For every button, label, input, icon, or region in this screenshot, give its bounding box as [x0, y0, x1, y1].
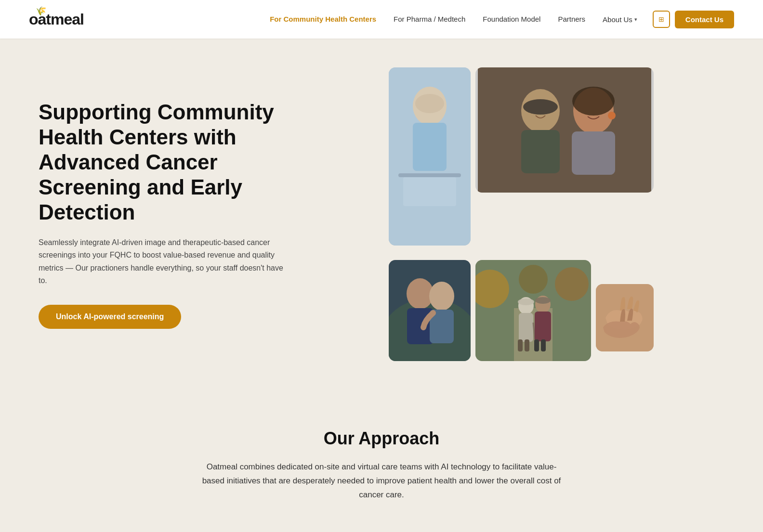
hero-photo-1 — [389, 67, 471, 246]
nav-links: For Community Health Centers For Pharma … — [270, 15, 637, 24]
approach-section: Our Approach Oatmeal combines dedicated … — [0, 390, 763, 531]
approach-title: Our Approach — [96, 428, 667, 449]
nav-link-about[interactable]: About Us ▾ — [603, 15, 637, 24]
svg-rect-39 — [475, 260, 591, 361]
svg-rect-41 — [596, 284, 654, 351]
grid-icon: ⊞ — [658, 15, 664, 23]
hero-description: Seamlessly integrate AI-driven image and… — [39, 236, 289, 287]
hero-title: Supporting Community Health Centers with… — [39, 100, 289, 225]
svg-rect-15 — [478, 67, 651, 193]
chevron-down-icon: ▾ — [634, 16, 637, 23]
nav-right: ⊞ Contact Us — [653, 11, 734, 28]
logo-wheat-icon: 🌾 — [36, 6, 46, 16]
hero-section: Supporting Community Health Centers with… — [0, 39, 763, 390]
nav-item-foundation: Foundation Model — [483, 15, 540, 24]
approach-description: Oatmeal combines dedicated on-site and v… — [198, 460, 565, 502]
navbar: 🌾 oatmeal For Community Health Centers F… — [0, 0, 763, 39]
contact-us-button[interactable]: Contact Us — [675, 11, 734, 28]
nav-item-about: About Us ▾ — [603, 15, 637, 24]
nav-link-pharma[interactable]: For Pharma / Medtech — [394, 15, 465, 23]
nav-item-pharma: For Pharma / Medtech — [394, 15, 465, 24]
logo-link[interactable]: 🌾 oatmeal — [29, 11, 84, 28]
hero-image-grid — [318, 67, 724, 361]
svg-rect-6 — [389, 67, 471, 246]
nav-link-community-health[interactable]: For Community Health Centers — [270, 15, 376, 23]
svg-rect-22 — [389, 260, 471, 361]
nav-link-foundation[interactable]: Foundation Model — [483, 15, 540, 23]
nav-link-partners[interactable]: Partners — [558, 15, 585, 23]
nav-item-partners: Partners — [558, 15, 585, 24]
hero-cta-button[interactable]: Unlock AI-powered screening — [39, 305, 181, 329]
nav-item-community-health: For Community Health Centers — [270, 15, 376, 24]
menu-icon-button[interactable]: ⊞ — [653, 11, 670, 28]
logo-text: 🌾 oatmeal — [29, 11, 84, 28]
hero-content: Supporting Community Health Centers with… — [39, 100, 289, 328]
hero-photo-4 — [475, 260, 591, 361]
hero-photo-3 — [389, 260, 471, 361]
hero-photo-5 — [596, 284, 654, 351]
hero-photo-2 — [475, 67, 654, 193]
